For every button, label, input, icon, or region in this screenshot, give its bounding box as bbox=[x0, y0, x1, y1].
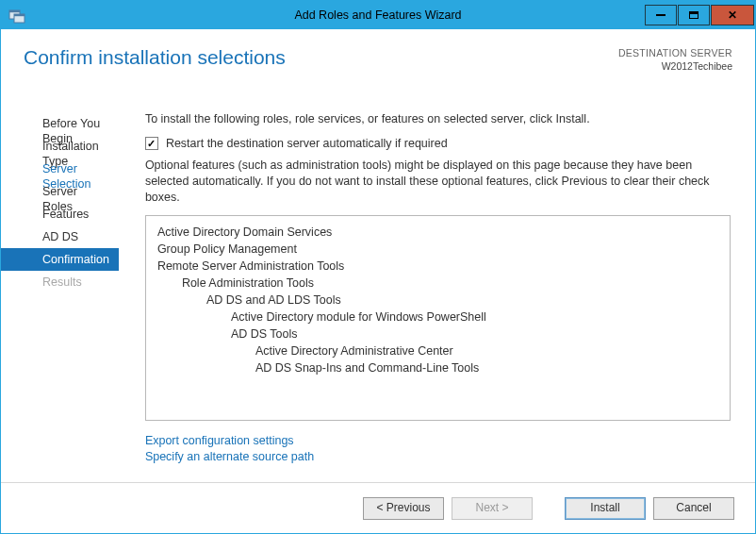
step-installation-type[interactable]: Installation Type bbox=[1, 135, 119, 158]
step-before-you-begin[interactable]: Before You Begin bbox=[1, 112, 119, 135]
instruction-text: To install the following roles, role ser… bbox=[145, 112, 731, 125]
feature-item: Active Directory module for Windows Powe… bbox=[157, 309, 718, 325]
step-results: Results bbox=[1, 271, 119, 293]
install-button[interactable]: Install bbox=[565, 497, 646, 520]
window-title: Add Roles and Features Wizard bbox=[1, 8, 755, 22]
page-title: Confirm installation selections bbox=[24, 46, 286, 69]
wizard-window: Add Roles and Features Wizard ✕ Confirm … bbox=[0, 0, 756, 534]
feature-item: AD DS and AD LDS Tools bbox=[157, 292, 718, 309]
wizard-steps-sidebar: Before You Begin Installation Type Serve… bbox=[1, 103, 119, 482]
main-panel: To install the following roles, role ser… bbox=[119, 103, 755, 482]
close-button[interactable]: ✕ bbox=[711, 5, 754, 25]
step-features[interactable]: Features bbox=[1, 203, 119, 225]
selected-features-list[interactable]: Active Directory Domain Services Group P… bbox=[145, 215, 731, 421]
content-area: Before You Begin Installation Type Serve… bbox=[1, 103, 755, 482]
feature-item: Active Directory Administrative Center bbox=[157, 342, 718, 359]
maximize-button[interactable] bbox=[678, 5, 710, 25]
title-bar: Add Roles and Features Wizard ✕ bbox=[1, 1, 755, 29]
restart-checkbox[interactable] bbox=[145, 137, 158, 150]
feature-item: AD DS Tools bbox=[157, 325, 718, 342]
next-button: Next > bbox=[452, 497, 533, 520]
minimize-button[interactable] bbox=[645, 5, 677, 25]
destination-label: DESTINATION SERVER bbox=[618, 46, 732, 59]
window-buttons: ✕ bbox=[645, 5, 755, 25]
restart-row: Restart the destination server automatic… bbox=[145, 137, 731, 150]
export-config-link[interactable]: Export configuration settings bbox=[145, 434, 731, 447]
step-server-selection[interactable]: Server Selection bbox=[1, 158, 119, 180]
step-server-roles[interactable]: Server Roles bbox=[1, 180, 119, 203]
restart-label: Restart the destination server automatic… bbox=[166, 137, 448, 150]
header-row: Confirm installation selections DESTINAT… bbox=[1, 29, 755, 103]
alternate-source-link[interactable]: Specify an alternate source path bbox=[145, 450, 731, 463]
destination-host: W2012Techibee bbox=[618, 59, 732, 73]
svg-rect-3 bbox=[14, 14, 25, 16]
step-confirmation[interactable]: Confirmation bbox=[1, 248, 119, 271]
optional-features-text: Optional features (such as administratio… bbox=[145, 158, 731, 206]
feature-item: AD DS Snap-Ins and Command-Line Tools bbox=[157, 359, 718, 376]
svg-rect-1 bbox=[9, 10, 20, 12]
feature-item: Role Administration Tools bbox=[157, 275, 718, 292]
step-ad-ds[interactable]: AD DS bbox=[1, 225, 119, 248]
cancel-button[interactable]: Cancel bbox=[653, 497, 734, 520]
feature-item: Active Directory Domain Services bbox=[157, 224, 718, 241]
feature-item: Group Policy Management bbox=[157, 241, 718, 258]
app-icon bbox=[5, 3, 29, 27]
feature-item: Remote Server Administration Tools bbox=[157, 258, 718, 275]
action-links: Export configuration settings Specify an… bbox=[145, 434, 731, 466]
wizard-body: Confirm installation selections DESTINAT… bbox=[1, 29, 755, 533]
previous-button[interactable]: < Previous bbox=[363, 497, 444, 520]
wizard-footer: < Previous Next > Install Cancel bbox=[1, 482, 755, 533]
destination-server: DESTINATION SERVER W2012Techibee bbox=[618, 46, 732, 73]
